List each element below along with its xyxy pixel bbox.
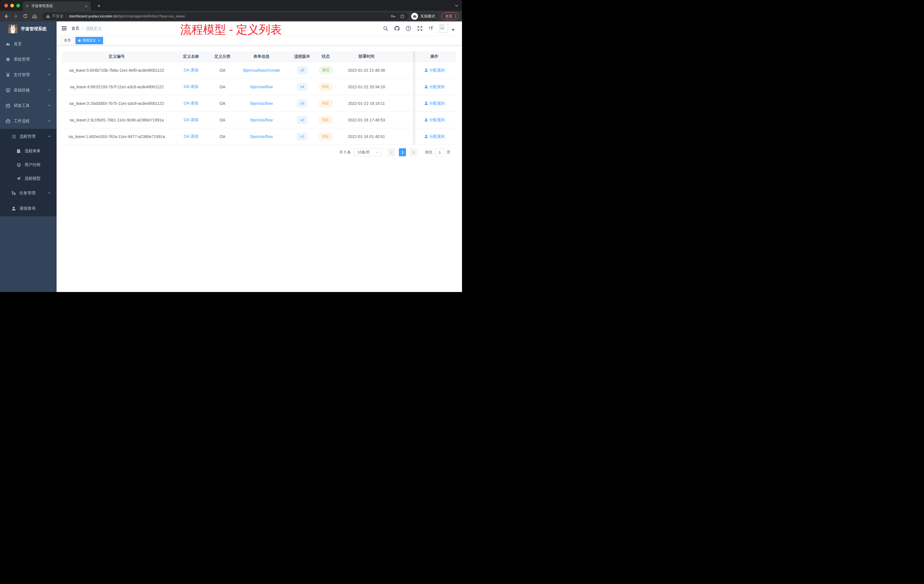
page-content: 定义编号 定义名称 定义分类 表单信息 流程版本 状态 部署时间 操作 oa_l… (56, 45, 462, 156)
breadcrumb-home[interactable]: 首页 (71, 26, 79, 31)
sidebar-item-payment[interactable]: 支付管理 (0, 67, 56, 82)
chevron-up-icon (48, 134, 51, 139)
sidebar-item-infrastructure[interactable]: 基础设施 (0, 82, 56, 98)
table-body: oa_leave:5:004b710b-7b8a-11ec-8ef0-acde4… (62, 62, 456, 145)
sidebar-item-process-form[interactable]: 流程表单 (0, 144, 56, 158)
definition-name-link[interactable]: OA 请假 (184, 117, 198, 122)
browser-menu-icon[interactable] (455, 14, 456, 18)
deploy-time-cell: 2022-01-22 20:34:10 (336, 79, 397, 95)
status-badge: 挂起 (319, 100, 333, 107)
user-icon (424, 68, 428, 72)
sidebar-item-dev-tools[interactable]: 研发工具 (0, 98, 56, 114)
chevron-down-icon (48, 104, 51, 108)
form-info-link[interactable]: /bpm/oa/flow (250, 134, 272, 139)
version-cell: v1 (289, 128, 316, 145)
assign-rule-button[interactable]: 分配规则 (424, 101, 445, 106)
sidebar-item-label: 首页 (14, 41, 22, 46)
sidebar-item-label: 流程表单 (25, 148, 41, 154)
goto-page-input[interactable] (435, 148, 445, 156)
sidebar-item-process-model[interactable]: 流程模型 (0, 172, 56, 185)
version-cell: v2 (289, 112, 316, 128)
assign-rule-button[interactable]: 分配规则 (424, 84, 445, 89)
sidebar-collapse-icon[interactable] (61, 26, 67, 31)
url-path: /bpm/manager/definition?key=oa_leave (117, 14, 185, 18)
help-icon[interactable] (406, 26, 411, 31)
next-page-button[interactable] (410, 148, 417, 156)
sidebar-item-task-management[interactable]: 任务管理 (0, 185, 56, 201)
github-icon[interactable] (394, 26, 400, 31)
close-window-button[interactable] (4, 4, 8, 7)
table-row: oa_leave:1:482ec033-762a-11ec-8477-a2380… (62, 128, 456, 145)
column-header: 状态 (316, 51, 336, 62)
bookmark-star-icon[interactable] (400, 14, 405, 19)
prev-page-button[interactable] (388, 148, 395, 156)
definition-id-cell: oa_leave:5:004b710b-7b8a-11ec-8ef0-acde4… (62, 62, 172, 79)
browser-update-button[interactable]: 更新 (441, 12, 459, 20)
sidebar-item-system[interactable]: 系统管理 (0, 52, 56, 67)
definition-name-cell: OA 请假 (172, 95, 211, 112)
chevron-down-icon (375, 150, 379, 154)
assign-rule-label: 分配规则 (429, 68, 445, 73)
browser-tab[interactable]: 芋道管理系统 × (23, 2, 91, 11)
plane-icon (16, 176, 21, 181)
tab-close-icon[interactable]: × (84, 4, 88, 8)
back-icon[interactable] (2, 12, 10, 20)
monitor-icon (6, 88, 10, 92)
favicon-leaf-icon (25, 4, 29, 8)
assign-rule-button[interactable]: 分配规则 (424, 117, 445, 122)
tag-label: 流程定义 (82, 38, 96, 43)
sidebar-item-workflow[interactable]: 工作流程 (0, 114, 56, 129)
tree-icon (12, 134, 16, 139)
form-info-link[interactable]: /bpm/oa/flow (250, 118, 272, 122)
forward-icon[interactable] (12, 12, 20, 20)
definition-name-link[interactable]: OA 请假 (184, 84, 198, 89)
fullscreen-icon[interactable] (417, 26, 422, 31)
chevron-down-icon (48, 88, 51, 92)
zoom-window-button[interactable] (16, 4, 20, 7)
filler-cell (397, 79, 413, 95)
form-info-link[interactable]: /bpm/oa/flow (250, 84, 272, 89)
main-panel: 首页 / 流程定义 TT (56, 21, 462, 292)
definition-name-cell: OA 请假 (172, 128, 211, 145)
assign-rule-label: 分配规则 (429, 84, 445, 89)
address-bar[interactable]: 不安全 dashboard.yudao.iocoder.cn/bpm/manag… (42, 12, 408, 20)
minimize-window-button[interactable] (10, 4, 14, 7)
form-info-link[interactable]: /bpm/oa/flow (250, 101, 272, 106)
sidebar-item-label: 基础设施 (14, 88, 30, 93)
form-info-link[interactable]: /bpm/oa/leave/create (243, 68, 280, 73)
tag-process-definition[interactable]: 流程定义× (76, 37, 103, 44)
home-icon[interactable] (31, 12, 39, 20)
page-number-button[interactable]: 1 (399, 148, 406, 156)
font-size-icon[interactable]: TT (429, 26, 433, 31)
pagination: 共 5 条 10条/页 1 前往 页 (62, 148, 450, 156)
assign-rule-button[interactable]: 分配规则 (424, 134, 445, 139)
definition-name-link[interactable]: OA 请假 (184, 134, 198, 139)
definition-name-link[interactable]: OA 请假 (184, 101, 198, 106)
definition-name-cell: OA 请假 (172, 79, 211, 95)
status-badge: 挂起 (319, 116, 333, 124)
incognito-label: 无痕模式 (420, 14, 435, 19)
definition-name-link[interactable]: OA 请假 (184, 68, 198, 73)
sidebar-item-home[interactable]: 首页 (0, 36, 56, 52)
password-key-icon[interactable] (391, 14, 396, 19)
tab-title: 芋道管理系统 (31, 4, 84, 8)
reload-icon[interactable] (21, 12, 29, 20)
tag-close-icon[interactable]: × (98, 38, 100, 43)
tab-search-icon[interactable] (455, 4, 459, 9)
new-tab-button[interactable]: + (96, 3, 102, 10)
assign-rule-button[interactable]: 分配规则 (424, 68, 445, 73)
version-badge: v1 (297, 133, 307, 140)
sidebar-item-user-group[interactable]: 用户分组 (0, 158, 56, 172)
goto-label: 前往 (425, 150, 432, 155)
sidebar-item-leave-query[interactable]: 请假查询 (0, 201, 56, 216)
omnibox-divider (66, 14, 66, 18)
page-size-select[interactable]: 10条/页 (354, 148, 381, 156)
sidebar-item-process-management[interactable]: 流程管理 (0, 129, 56, 144)
tag-home[interactable]: 首页× (61, 37, 74, 44)
not-secure-warning-icon[interactable] (46, 14, 50, 18)
avatar-dropdown-caret[interactable] (452, 29, 455, 31)
search-icon[interactable] (383, 26, 388, 31)
logo-avatar (8, 24, 17, 33)
sidebar-item-label: 研发工具 (14, 103, 30, 108)
user-avatar[interactable] (439, 24, 448, 33)
